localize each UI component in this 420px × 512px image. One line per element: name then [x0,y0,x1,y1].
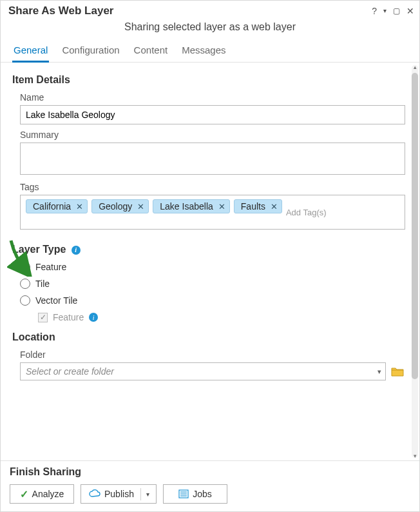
chevron-down-icon: ▾ [377,368,381,376]
tag-chip[interactable]: Faults ✕ [234,199,282,213]
check-icon: ✓ [20,488,28,500]
footer-buttons: ✓ Analyze Publish ▾ Jobs [10,484,410,504]
body-scroll: Item Details Name Summary Tags Californi… [1,63,419,460]
tag-label: Lake Isabella [160,201,213,212]
folder-placeholder: Select or create folder [26,366,114,377]
restore-icon[interactable]: ▢ [393,7,400,15]
tab-messages[interactable]: Messages [180,41,227,62]
tag-label: California [33,201,71,212]
tab-configuration[interactable]: Configuration [61,41,120,62]
layer-type-title-text: Layer Type [12,244,66,255]
scroll-up-icon[interactable]: ▴ [412,64,418,70]
tab-general[interactable]: General [12,41,49,63]
summary-input[interactable] [20,143,405,175]
label-summary: Summary [20,130,405,140]
browse-folder-button[interactable] [390,362,405,380]
radio-tile[interactable]: Tile [20,279,405,289]
radio-label: Feature [35,262,66,272]
titlebar-controls: ? ▾ ▢ ✕ [372,6,414,15]
radio-icon [20,279,30,289]
footer: Finish Sharing ✓ Analyze Publish ▾ [1,460,419,511]
tag-chip[interactable]: California ✕ [26,199,88,213]
chevron-down-icon[interactable]: ▾ [140,488,153,500]
scroll-down-icon[interactable]: ▾ [412,453,418,459]
tag-label: Faults [241,201,265,212]
tag-label: Geology [99,201,132,212]
radio-feature[interactable]: Feature [20,262,405,272]
analyze-button[interactable]: ✓ Analyze [10,484,74,504]
titlebar: Share As Web Layer ? ▾ ▢ ✕ [1,1,419,19]
help-icon[interactable]: ? [372,6,377,15]
add-tags-placeholder: Add Tag(s) [286,208,327,217]
sub-feature-label: Feature [53,312,84,322]
label-name: Name [20,92,405,103]
analyze-label: Analyze [32,489,64,499]
tag-remove-icon[interactable]: ✕ [271,202,278,212]
window-subtitle: Sharing selected layer as a web layer [1,19,419,41]
label-folder: Folder [20,350,405,360]
radio-label: Tile [35,279,50,289]
share-as-web-layer-pane: Share As Web Layer ? ▾ ▢ ✕ Sharing selec… [0,0,420,512]
folder-row: Select or create folder ▾ [20,362,405,380]
section-location: Location [12,331,405,343]
section-finish-sharing: Finish Sharing [10,466,410,478]
tab-strip: General Configuration Content Messages [1,41,419,63]
checkbox-icon: ✓ [38,313,48,322]
info-icon[interactable]: i [72,246,81,255]
close-icon[interactable]: ✕ [406,6,414,15]
layer-type-radio-group: Feature Tile Vector Tile ✓ Feature i [20,262,405,322]
cloud-icon [89,489,100,498]
list-icon [178,489,189,498]
section-item-details: Item Details [12,74,405,86]
tag-remove-icon[interactable]: ✕ [76,202,83,212]
sub-feature-checkbox-row: ✓ Feature i [38,312,405,322]
publish-button[interactable]: Publish ▾ [81,484,157,504]
tag-chip[interactable]: Lake Isabella ✕ [153,199,230,213]
tags-input[interactable]: California ✕ Geology ✕ Lake Isabella ✕ F… [20,195,405,230]
jobs-button[interactable]: Jobs [163,484,227,504]
scrollbar[interactable]: ▴ ▾ [412,65,418,458]
tab-content[interactable]: Content [133,41,169,62]
radio-icon [20,262,30,272]
radio-vector-tile[interactable]: Vector Tile [20,295,405,306]
body-wrap: Item Details Name Summary Tags Californi… [1,63,419,460]
tag-remove-icon[interactable]: ✕ [218,202,225,212]
publish-label: Publish [104,489,134,499]
jobs-label: Jobs [193,489,212,499]
folder-select[interactable]: Select or create folder ▾ [20,362,386,380]
tag-remove-icon[interactable]: ✕ [137,202,144,212]
section-layer-type: Layer Type i [12,244,405,255]
window-title: Share As Web Layer [8,5,113,17]
tag-chip[interactable]: Geology ✕ [91,199,149,213]
radio-label: Vector Tile [35,295,77,306]
radio-icon [20,295,30,306]
info-icon[interactable]: i [89,313,98,322]
scrollbar-thumb[interactable] [412,73,418,379]
dropdown-icon[interactable]: ▾ [383,8,387,14]
name-input[interactable] [20,105,405,124]
label-tags: Tags [20,182,405,192]
